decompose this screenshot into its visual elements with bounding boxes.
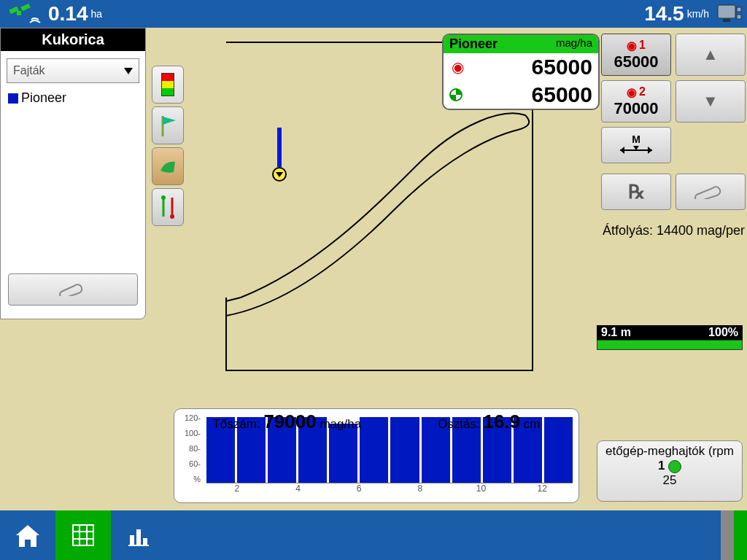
rate-popup-actual: 65000 xyxy=(465,82,592,107)
bar-chart-icon xyxy=(124,521,153,550)
svg-rect-1 xyxy=(20,4,30,11)
svg-rect-5 xyxy=(737,7,741,12)
svg-rect-12 xyxy=(73,525,93,545)
boundary-icon xyxy=(158,158,178,175)
actual-icon xyxy=(449,88,465,101)
rx-button[interactable]: ℞ xyxy=(601,174,671,210)
display-icon[interactable] xyxy=(715,3,744,25)
bottom-nav xyxy=(0,510,747,560)
rate-up-button[interactable]: ▲ xyxy=(676,34,746,76)
svg-point-8 xyxy=(161,195,166,200)
population-chart[interactable]: 120-100-80-60-% Tőszám: 79000 mag/ha Osz… xyxy=(174,408,579,503)
flag-button[interactable] xyxy=(152,106,184,144)
flow-rate-text: Átfolyás: 14400 mag/per xyxy=(603,223,747,238)
chart-bar xyxy=(422,417,450,483)
legend-item: Pioneer xyxy=(1,88,145,113)
map-view-button[interactable] xyxy=(55,510,111,560)
wrench-icon xyxy=(58,283,88,296)
chart-bar xyxy=(514,417,542,483)
crop-title: Kukorica xyxy=(1,28,145,51)
left-panel: Kukorica Fajták Pioneer xyxy=(0,28,146,319)
target-icon: ◉ xyxy=(449,58,465,76)
vehicle-marker xyxy=(277,128,287,182)
chevron-up-icon: ▲ xyxy=(703,45,719,64)
rate-popup-unit: mag/ha xyxy=(556,36,592,52)
guidance-button[interactable] xyxy=(152,188,184,226)
variety-dropdown-label: Fajták xyxy=(13,64,45,77)
chart-bar xyxy=(268,417,296,483)
map-tools xyxy=(152,66,184,229)
speed-unit: km/h xyxy=(687,8,709,20)
chart-view-button[interactable] xyxy=(111,510,166,560)
driver-panel[interactable]: etőgép-meghajtók (rpm 1 25 xyxy=(597,440,743,502)
rate1-value: 65000 xyxy=(614,52,658,71)
side-tab-green[interactable] xyxy=(734,510,747,560)
svg-text:M: M xyxy=(632,134,640,145)
layers-button[interactable] xyxy=(152,66,184,104)
area-unit: ha xyxy=(91,8,103,20)
chart-bar xyxy=(329,424,357,483)
boundary-button[interactable] xyxy=(152,147,184,185)
svg-rect-18 xyxy=(136,529,141,545)
swath-fill xyxy=(597,340,743,350)
section-manual-icon: M xyxy=(614,134,658,156)
area-value: 0.14 xyxy=(48,2,88,26)
chart-bar xyxy=(390,417,419,483)
home-button[interactable] xyxy=(0,510,55,560)
width-bar: 9.1 m 100% xyxy=(597,325,743,350)
svg-rect-17 xyxy=(130,535,134,545)
rate-popup-name: Pioneer xyxy=(449,36,498,52)
layers-icon xyxy=(161,73,174,96)
wrench-icon xyxy=(694,184,727,199)
rate-popup: Pioneer mag/ha ◉ 65000 65000 xyxy=(442,34,600,110)
svg-point-9 xyxy=(170,214,174,219)
chart-bar xyxy=(237,417,266,483)
settings-button[interactable] xyxy=(8,273,138,306)
chart-x-axis: 24681012 xyxy=(206,483,573,494)
chart-bar xyxy=(483,417,511,483)
manual-section-button[interactable]: M xyxy=(601,127,671,163)
legend-label: Pioneer xyxy=(21,90,66,106)
top-bar: 0.14 ha 14.5 km/h xyxy=(0,0,747,28)
home-icon xyxy=(13,521,42,550)
tools-button[interactable] xyxy=(676,174,746,210)
speed-value: 14.5 xyxy=(644,2,684,26)
chart-bar xyxy=(452,417,481,483)
swath-percent: 100% xyxy=(708,326,738,339)
swath-width: 9.1 m xyxy=(601,326,631,339)
flag-icon xyxy=(158,113,177,138)
rate-popup-target: 65000 xyxy=(465,55,592,79)
chevron-down-icon: ▼ xyxy=(703,92,719,111)
chart-bar xyxy=(298,417,327,483)
svg-rect-6 xyxy=(737,15,741,19)
driver-count: 1 xyxy=(658,459,665,472)
svg-rect-4 xyxy=(723,19,730,22)
driver-title: etőgép-meghajtók (rpm xyxy=(597,444,742,459)
svg-rect-3 xyxy=(718,5,735,18)
gps-signal-icon xyxy=(3,3,44,25)
legend-swatch xyxy=(8,93,18,104)
chart-bar xyxy=(360,417,388,483)
grid-icon xyxy=(69,521,98,550)
chart-y-axis: 120-100-80-60-% xyxy=(179,413,201,483)
rate2-value: 70000 xyxy=(614,99,658,118)
rate-down-button[interactable]: ▼ xyxy=(676,80,746,122)
svg-rect-2 xyxy=(17,11,21,15)
right-panel: ◉1 65000 ▲ ◉2 70000 ▼ M ℞ Átfolyá xyxy=(597,34,747,238)
chart-bar xyxy=(206,417,235,483)
rate1-button[interactable]: ◉1 65000 xyxy=(601,34,671,76)
driver-rpm: 25 xyxy=(597,473,742,488)
rate2-button[interactable]: ◉2 70000 xyxy=(601,80,671,122)
svg-rect-19 xyxy=(143,538,147,545)
status-dot-icon xyxy=(668,460,681,473)
side-tab-grey[interactable] xyxy=(721,510,734,560)
chart-bar xyxy=(544,417,573,483)
chart-bars xyxy=(206,412,573,483)
guidance-lines-icon xyxy=(159,195,177,219)
rx-icon: ℞ xyxy=(628,181,645,203)
variety-dropdown[interactable]: Fajták xyxy=(7,58,139,83)
